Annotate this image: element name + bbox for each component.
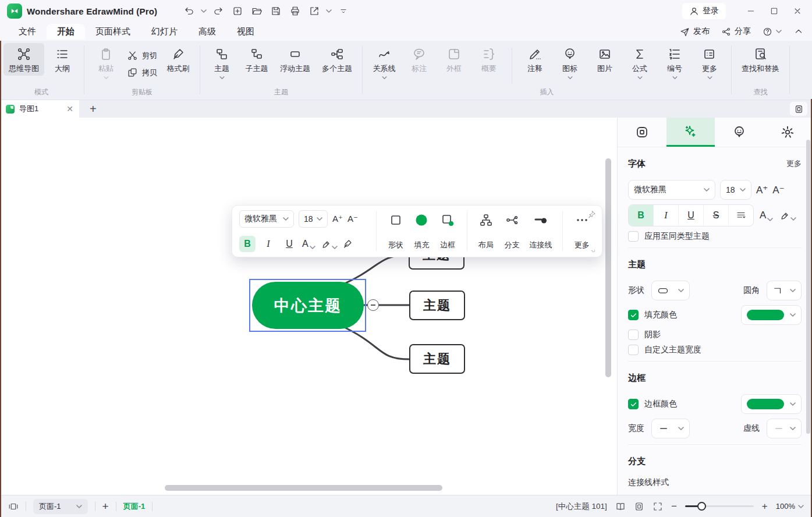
panel-bold-button[interactable]: B bbox=[629, 205, 654, 226]
floating-topic-button[interactable]: 浮动主题 bbox=[275, 43, 315, 76]
publish-button[interactable]: 发布 bbox=[680, 26, 710, 37]
collapse-branch-button[interactable] bbox=[367, 299, 379, 311]
panel-toggle-button[interactable] bbox=[790, 102, 807, 116]
tab-topic-style[interactable] bbox=[666, 118, 715, 147]
close-button[interactable] bbox=[788, 3, 807, 19]
document-tab-close-icon[interactable]: ✕ bbox=[66, 104, 73, 114]
panel-highlight-button[interactable] bbox=[779, 210, 796, 221]
note-button[interactable]: 注释 bbox=[518, 43, 552, 76]
float-decrease-font-button[interactable]: A⁻ bbox=[348, 214, 358, 224]
undo-button[interactable] bbox=[182, 3, 197, 19]
format-painter-button[interactable]: 格式刷 bbox=[161, 43, 195, 76]
canvas[interactable]: 中心主题 主题 主题 主题 bbox=[0, 118, 617, 495]
apply-same-type-checkbox[interactable] bbox=[628, 231, 639, 242]
shadow-checkbox[interactable] bbox=[628, 330, 639, 340]
export-button[interactable] bbox=[307, 3, 322, 19]
panel-italic-button[interactable]: I bbox=[654, 205, 679, 226]
canvas-horizontal-scrollbar[interactable] bbox=[165, 485, 442, 491]
panel-strikethrough-button[interactable]: S bbox=[704, 205, 729, 226]
add-page-button[interactable]: + bbox=[102, 500, 109, 513]
outline-mode-button[interactable]: 大纲 bbox=[45, 43, 79, 76]
central-topic-node[interactable]: 中心主题 bbox=[252, 282, 364, 329]
border-color-select[interactable] bbox=[741, 394, 802, 414]
panel-font-size-select[interactable]: 18 bbox=[720, 180, 751, 200]
customize-quick-access-button[interactable] bbox=[336, 3, 351, 19]
menu-view[interactable]: 视图 bbox=[226, 24, 265, 40]
cut-button[interactable]: 剪切 bbox=[124, 48, 160, 63]
float-underline-button[interactable]: U bbox=[281, 236, 297, 252]
fullscreen-button[interactable] bbox=[653, 501, 663, 512]
panel-align-button[interactable] bbox=[729, 205, 753, 226]
menu-file[interactable]: 文件 bbox=[8, 24, 47, 40]
insert-icon-button[interactable]: 图标 bbox=[553, 43, 587, 81]
copy-button[interactable]: 拷贝 bbox=[124, 65, 160, 80]
border-color-checkbox[interactable] bbox=[628, 399, 639, 409]
presentation-mode-button[interactable] bbox=[8, 501, 19, 512]
panel-font-family-select[interactable]: 微软雅黑 bbox=[628, 180, 715, 200]
login-button[interactable]: 登录 bbox=[682, 3, 726, 19]
zoom-level-dropdown[interactable]: 100% bbox=[776, 502, 804, 511]
float-italic-button[interactable]: I bbox=[260, 236, 276, 252]
new-file-button[interactable] bbox=[230, 3, 245, 19]
float-layout-button[interactable]: 布局 bbox=[473, 210, 499, 252]
picture-button[interactable]: 图片 bbox=[588, 43, 622, 76]
save-button[interactable] bbox=[268, 3, 283, 19]
paste-button[interactable]: 粘贴 bbox=[89, 43, 123, 81]
page-select-dropdown[interactable]: 页面-1 bbox=[33, 499, 88, 514]
menu-slides[interactable]: 幻灯片 bbox=[141, 24, 188, 40]
callout-button[interactable]: 标注 bbox=[402, 43, 436, 76]
topic-node-2[interactable]: 主题 bbox=[409, 291, 465, 320]
fit-page-button[interactable] bbox=[634, 501, 644, 512]
panel-decrease-font-button[interactable]: A⁻ bbox=[772, 184, 784, 196]
open-file-button[interactable] bbox=[249, 3, 264, 19]
float-increase-font-button[interactable]: A⁺ bbox=[332, 214, 343, 224]
insert-more-button[interactable]: 更多 bbox=[693, 43, 726, 81]
menu-home[interactable]: 开始 bbox=[47, 24, 85, 40]
pin-toolbar-icon[interactable] bbox=[587, 210, 596, 219]
pages-view-button[interactable] bbox=[615, 501, 626, 512]
tab-settings[interactable] bbox=[764, 118, 812, 147]
tab-icon-marker[interactable] bbox=[715, 118, 764, 147]
float-font-color-button[interactable]: A bbox=[302, 239, 315, 249]
font-more-link[interactable]: 更多 bbox=[786, 158, 802, 169]
canvas-vertical-scrollbar[interactable] bbox=[605, 158, 611, 377]
active-page-tab[interactable]: 页面-1 bbox=[123, 501, 146, 512]
fill-color-checkbox[interactable] bbox=[628, 310, 639, 320]
minimize-button[interactable] bbox=[741, 3, 761, 19]
zoom-out-button[interactable]: − bbox=[671, 501, 677, 512]
float-border-button[interactable]: 边框 bbox=[435, 210, 461, 252]
share-button[interactable]: 分享 bbox=[721, 26, 751, 37]
float-font-size-select[interactable]: 18 bbox=[299, 210, 328, 228]
fill-color-select[interactable] bbox=[741, 305, 802, 325]
relationship-button[interactable]: 关系线 bbox=[367, 43, 401, 81]
panel-scrollbar[interactable] bbox=[806, 140, 810, 434]
topic-button[interactable]: 主题 bbox=[205, 43, 239, 81]
zoom-in-button[interactable]: + bbox=[762, 501, 768, 512]
boundary-button[interactable]: 外框 bbox=[437, 43, 471, 76]
redo-button[interactable] bbox=[211, 3, 226, 19]
panel-font-color-button[interactable]: A bbox=[760, 210, 773, 221]
subtopic-button[interactable]: 子主题 bbox=[240, 43, 274, 76]
topic-node-3[interactable]: 主题 bbox=[409, 344, 465, 374]
maximize-button[interactable] bbox=[764, 3, 784, 19]
float-branch-button[interactable]: 分支 bbox=[499, 210, 525, 252]
shape-select[interactable] bbox=[651, 281, 690, 300]
float-shape-button[interactable]: 形状 bbox=[382, 210, 409, 252]
zoom-slider-thumb[interactable] bbox=[697, 502, 706, 511]
corner-select[interactable] bbox=[767, 281, 802, 300]
print-button[interactable] bbox=[288, 3, 303, 19]
help-button[interactable] bbox=[763, 27, 782, 37]
float-font-family-select[interactable]: 微软雅黑 bbox=[239, 210, 294, 228]
border-width-select[interactable] bbox=[651, 419, 690, 438]
float-format-painter-icon[interactable] bbox=[342, 239, 353, 249]
collapse-ribbon-icon[interactable] bbox=[793, 26, 804, 37]
menu-page-style[interactable]: 页面样式 bbox=[85, 24, 141, 40]
undo-dropdown-icon[interactable] bbox=[201, 9, 207, 13]
document-tab[interactable]: 导图1 ✕ bbox=[0, 100, 79, 118]
multiple-topics-button[interactable]: 多个主题 bbox=[317, 43, 357, 76]
tab-page-setup[interactable] bbox=[618, 118, 666, 147]
menu-advanced[interactable]: 高级 bbox=[188, 24, 226, 40]
dash-style-select[interactable] bbox=[767, 419, 802, 438]
custom-width-checkbox[interactable] bbox=[628, 345, 639, 355]
collapse-toolbar-icon[interactable] bbox=[589, 246, 596, 253]
